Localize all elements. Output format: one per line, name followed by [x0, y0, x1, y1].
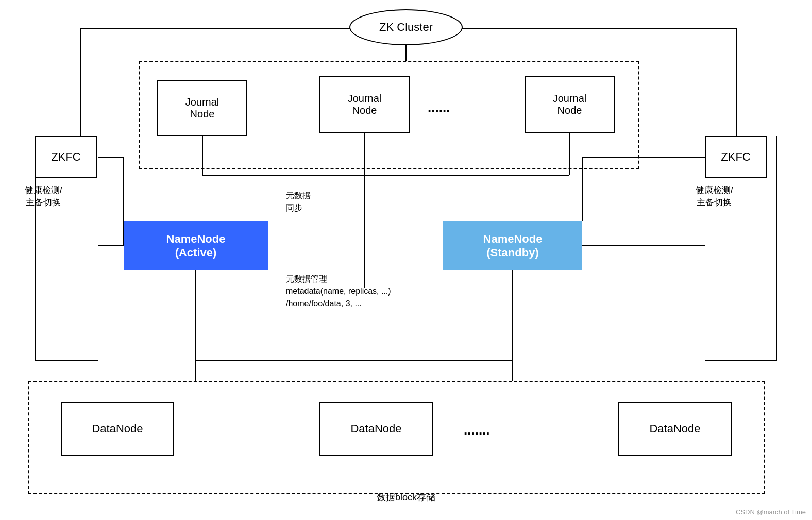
meta-manage-text: 元数据管理 metadata(name, replicas, ...) /hom…	[286, 274, 391, 308]
datanode-3-label: DataNode	[649, 422, 700, 436]
meta-sync-text: 元数据 同步	[286, 191, 311, 212]
namenode-standby-label: NameNode (Standby)	[483, 233, 543, 259]
health-label-right: 健康检测/ 主备切换	[696, 184, 733, 209]
datanode-3: DataNode	[618, 402, 732, 456]
health-text-left: 健康检测/ 主备切换	[25, 185, 62, 207]
journal-node-3-label: Journal Node	[553, 93, 587, 116]
datanode-2: DataNode	[319, 402, 433, 456]
diagram: ZK Cluster Journal Node Journal Node ...…	[0, 0, 812, 520]
watermark: CSDN @march of Time	[736, 508, 806, 516]
zkfc-left-label: ZKFC	[51, 150, 80, 164]
zkfc-right-label: ZKFC	[721, 150, 750, 164]
journal-dots: ......	[428, 99, 450, 115]
datanode-1: DataNode	[61, 402, 174, 456]
zkfc-left: ZKFC	[35, 136, 97, 178]
datanode-1-label: DataNode	[92, 422, 143, 436]
journal-node-1: Journal Node	[157, 80, 247, 136]
health-label-left: 健康检测/ 主备切换	[25, 184, 62, 209]
zkfc-right: ZKFC	[705, 136, 767, 178]
datanode-dots: .......	[464, 422, 490, 438]
zk-cluster-label: ZK Cluster	[379, 21, 433, 34]
health-text-right: 健康检测/ 主备切换	[696, 185, 733, 207]
meta-sync-label: 元数据 同步	[286, 189, 311, 214]
journal-node-2-label: Journal Node	[348, 93, 382, 116]
journal-node-3: Journal Node	[525, 76, 615, 133]
journal-node-1-label: Journal Node	[185, 96, 219, 120]
data-block-label: 数据block存储	[377, 491, 435, 504]
namenode-active: NameNode (Active)	[124, 221, 268, 270]
journal-node-2: Journal Node	[319, 76, 410, 133]
meta-manage-label: 元数据管理 metadata(name, replicas, ...) /hom…	[286, 273, 391, 310]
zk-cluster: ZK Cluster	[349, 9, 463, 45]
namenode-standby: NameNode (Standby)	[443, 221, 582, 270]
datanode-2-label: DataNode	[350, 422, 401, 436]
namenode-active-label: NameNode (Active)	[166, 233, 226, 259]
